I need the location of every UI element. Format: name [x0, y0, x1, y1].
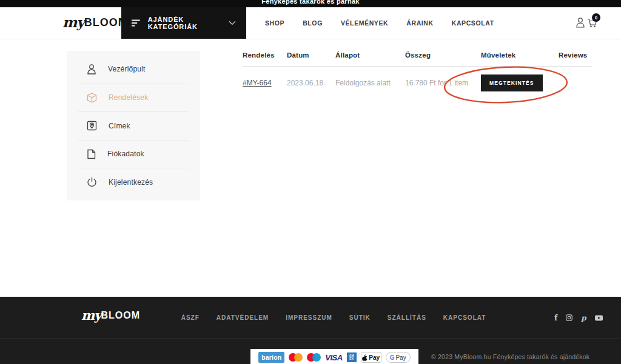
payment-methods-strip: barion VISA AM EX Pay G Pay [250, 349, 418, 364]
barion-icon: barion [258, 352, 284, 363]
user-icon [87, 64, 96, 74]
instagram-icon[interactable] [566, 314, 572, 321]
nav-item-shop[interactable]: SHOP [265, 19, 284, 27]
footer-logo[interactable]: myBLOOM [81, 308, 140, 323]
order-date: 2023.06.18. [287, 79, 335, 87]
power-icon [87, 177, 97, 187]
mastercard-icon [289, 353, 303, 362]
order-total: 16.780 Ft for 1 item [405, 79, 481, 87]
nav-item-araink[interactable]: ÁRAINK [406, 19, 433, 27]
col-header-reviews: Reviews [559, 51, 593, 59]
nav-item-kapcsolat[interactable]: KAPCSOLAT [452, 19, 494, 27]
map-pin-icon [87, 121, 97, 131]
col-header-status: Állapot [335, 51, 405, 59]
document-icon [87, 149, 96, 159]
announcement-bar: Fényképes takarók és párnák [0, 0, 621, 7]
header: myBLOOM AJÁNDÉK KATEGÓRIÁK SHOP BLOG VÉL… [0, 7, 621, 39]
chevron-down-icon [229, 21, 236, 25]
order-status: Feldolgozás alatt [335, 79, 405, 87]
sidebar-item-label: Vezérlőpult [108, 65, 146, 73]
col-header-order: Rendelés [243, 51, 287, 59]
sidebar-item-label: Rendelések [109, 93, 148, 102]
logo-script-part: my [62, 14, 84, 30]
sidebar-item-label: Kijelentkezés [109, 178, 153, 187]
sidebar-item-label: Címek [109, 122, 130, 130]
orders-table-header: Rendelés Dátum Állapot Összeg Műveletek … [243, 51, 593, 59]
announcement-text: Fényképes takarók és párnák [0, 0, 621, 5]
sidebar-item-label: Fiókadatok [107, 150, 144, 158]
apple-logo-icon [362, 354, 368, 361]
sidebar-item-account-details[interactable]: Fiókadatok [78, 140, 189, 168]
filter-icon [132, 19, 140, 27]
gift-categories-label: AJÁNDÉK KATEGÓRIÁK [148, 16, 229, 30]
logo-script-part: my [81, 308, 101, 323]
account-icon[interactable] [576, 18, 585, 28]
nav-item-blog[interactable]: BLOG [303, 19, 323, 27]
account-sidebar: Vezérlőpult Rendelések Címek Fiókadato [67, 51, 200, 200]
pinterest-icon[interactable]: p [581, 314, 586, 322]
order-row: #MY-664 2023.06.18. Feldolgozás alatt 16… [243, 71, 593, 95]
apple-pay-icon: Pay [361, 352, 381, 363]
footer-link-impresszum[interactable]: IMPRESSZUM [277, 314, 341, 321]
logo-bold-part: BLOOM [101, 310, 140, 320]
footer-divider [0, 339, 621, 339]
orders-table: Rendelés Dátum Állapot Összeg Műveletek … [243, 51, 593, 95]
order-number-link[interactable]: #MY-664 [243, 79, 272, 87]
amex-icon: AM EX [347, 352, 357, 362]
sidebar-item-addresses[interactable]: Címek [78, 111, 189, 140]
sidebar-item-dashboard[interactable]: Vezérlőpult [78, 55, 189, 84]
view-order-button[interactable]: MEGTEKINTÉS [481, 74, 543, 91]
visa-icon: VISA [325, 353, 342, 362]
youtube-icon[interactable] [595, 315, 603, 321]
footer-link-szallitas[interactable]: SZÁLLÍTÁS [379, 314, 435, 321]
site-logo[interactable]: myBLOOM [62, 14, 128, 30]
account-page: Vezérlőpult Rendelések Címek Fiókadato [0, 39, 621, 297]
footer-link-kapcsolat[interactable]: KAPCSOLAT [435, 314, 494, 321]
footer-links: ÁSZF ADATVÉDELEM IMPRESSZUM SÜTIK SZÁLLÍ… [200, 297, 467, 339]
sidebar-item-orders[interactable]: Rendelések [78, 84, 189, 112]
copyright-text: © 2023 MyBloom.hu Fényképes takarók és a… [431, 349, 589, 364]
sidebar-item-logout[interactable]: Kijelentkezés [78, 168, 189, 196]
col-header-actions: Műveletek [481, 51, 559, 59]
maestro-icon [307, 353, 321, 362]
social-links: f p [554, 297, 603, 339]
footer: myBLOOM ÁSZF ADATVÉDELEM IMPRESSZUM SÜTI… [0, 297, 621, 364]
cube-icon [87, 93, 97, 103]
google-pay-icon: G Pay [386, 352, 411, 363]
facebook-icon[interactable]: f [554, 314, 557, 322]
col-header-total: Összeg [405, 51, 481, 59]
nav-item-velemenyek[interactable]: VÉLEMÉNYEK [341, 19, 388, 27]
gift-categories-button[interactable]: AJÁNDÉK KATEGÓRIÁK [121, 7, 246, 39]
footer-link-aszf[interactable]: ÁSZF [173, 314, 208, 321]
cart-count-badge: 0 [592, 13, 600, 22]
col-header-date: Dátum [287, 51, 335, 59]
footer-link-adatvedelem[interactable]: ADATVÉDELEM [208, 314, 277, 321]
main-nav: SHOP BLOG VÉLEMÉNYEK ÁRAINK KAPCSOLAT [265, 7, 494, 39]
table-divider [243, 66, 592, 67]
footer-link-sutik[interactable]: SÜTIK [341, 314, 379, 321]
